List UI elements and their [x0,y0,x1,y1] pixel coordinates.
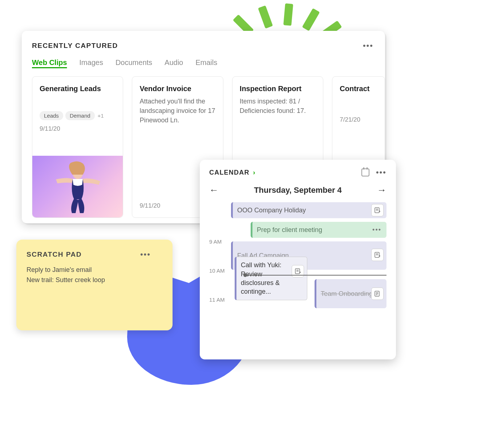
time-label: 11 AM [209,297,225,326]
calendar-event[interactable]: Team Onboarding [315,279,386,308]
tab-emails[interactable]: Emails [195,58,217,67]
calendar-event[interactable]: Call with Yuki: Review disclosures & con… [235,257,307,300]
tab-audio[interactable]: Audio [165,58,183,67]
tab-web-clips[interactable]: Web Clips [32,58,67,67]
calendar-next-button[interactable]: → [377,184,386,196]
event-label: Prep for client meeting [257,226,322,234]
scratch-line: New trail: Sutter creek loop [27,275,162,285]
dancer-image [52,159,103,214]
card-title: Generating Leads [40,85,116,93]
tab-documents[interactable]: Documents [116,58,152,67]
tab-images[interactable]: Images [79,58,103,67]
add-note-icon[interactable] [371,204,384,216]
scratch-line: Reply to Jamie's email [27,265,162,275]
recently-captured-more-icon[interactable]: ••• [363,41,373,50]
scratch-pad-more-icon[interactable]: ••• [140,250,151,259]
calendar-prev-button[interactable]: ← [209,184,219,196]
calendar-title: CALENDAR [209,169,250,176]
scratch-pad-content[interactable]: Reply to Jamie's email New trail: Sutter… [27,265,162,285]
card-title: Inspection Report [240,85,316,93]
chip-more[interactable]: +1 [98,113,104,119]
event-label: Team Onboarding [321,290,373,298]
card-title: Vendor Invoice [139,85,215,93]
card-chips: Leads Demand +1 [40,111,116,120]
event-label: Call with Yuki: Review disclosures & con… [241,261,290,296]
calendar-date-label: Thursday, September 4 [254,186,342,195]
time-label: 10 AM [209,268,225,297]
calendar-more-icon[interactable]: ••• [376,168,386,177]
scratch-pad-panel: SCRATCH PAD ••• Reply to Jamie's email N… [16,240,173,330]
chip[interactable]: Demand [65,111,95,120]
time-axis: 9 AM 10 AM 11 AM [209,239,225,326]
recently-captured-title: RECENTLY CAPTURED [32,42,118,50]
card-date: 9/11/20 [40,125,116,133]
card-snippet: Attached you'll find the landscaping inv… [139,97,215,125]
note-icon[interactable] [371,288,384,300]
calendar-event[interactable]: Prep for client meeting ••• [251,222,386,238]
card-thumbnail [32,156,123,217]
card-snippet: Items inspected: 81 / Deficiencies found… [240,97,316,115]
recent-tabs: Web Clips Images Documents Audio Emails [32,58,385,67]
event-label: OOO Company Holiday [237,207,306,214]
card-title: Contract [340,85,377,93]
event-more-icon[interactable]: ••• [372,226,381,234]
card-date: 7/21/20 [340,116,377,123]
chevron-right-icon[interactable]: › [253,169,255,176]
calendar-panel: CALENDAR › ••• ← Thursday, September 4 →… [200,160,396,359]
chip[interactable]: Leads [40,111,63,120]
calendar-icon[interactable] [361,168,369,176]
add-note-icon[interactable] [371,249,384,261]
time-label: 9 AM [209,239,225,268]
scratch-pad-title: SCRATCH PAD [27,251,82,258]
recent-card[interactable]: Generating Leads Leads Demand +1 9/11/20 [32,76,123,218]
calendar-event[interactable]: OOO Company Holiday [231,202,386,218]
current-time-indicator [246,275,386,276]
